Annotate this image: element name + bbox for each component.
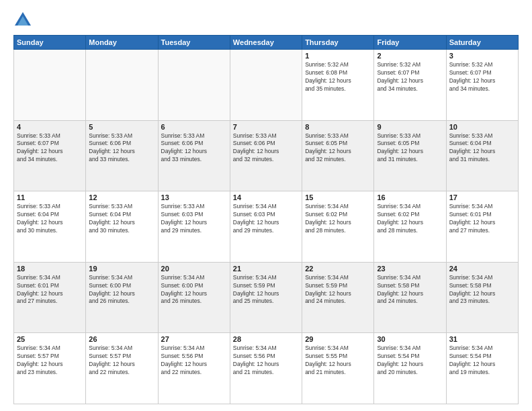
day-info: Sunrise: 5:34 AM Sunset: 5:58 PM Dayligh…	[449, 274, 515, 306]
day-number: 16	[377, 193, 443, 201]
day-number: 8	[305, 123, 371, 131]
day-info: Sunrise: 5:33 AM Sunset: 6:04 PM Dayligh…	[89, 203, 154, 235]
day-number: 27	[161, 335, 227, 343]
day-cell: 18Sunrise: 5:34 AM Sunset: 6:01 PM Dayli…	[14, 262, 86, 333]
day-info: Sunrise: 5:34 AM Sunset: 5:54 PM Dayligh…	[449, 345, 515, 377]
day-cell: 14Sunrise: 5:34 AM Sunset: 6:03 PM Dayli…	[230, 191, 302, 263]
day-info: Sunrise: 5:34 AM Sunset: 5:59 PM Dayligh…	[305, 274, 371, 306]
col-header-friday: Friday	[374, 36, 446, 50]
day-number: 13	[161, 193, 227, 201]
day-number: 12	[89, 193, 154, 201]
logo-icon	[13, 11, 32, 30]
day-cell: 22Sunrise: 5:34 AM Sunset: 5:59 PM Dayli…	[302, 262, 374, 333]
col-header-wednesday: Wednesday	[230, 36, 302, 50]
day-cell: 6Sunrise: 5:33 AM Sunset: 6:06 PM Daylig…	[158, 120, 230, 191]
day-cell: 23Sunrise: 5:34 AM Sunset: 5:58 PM Dayli…	[374, 262, 446, 333]
day-cell: 2Sunrise: 5:32 AM Sunset: 6:07 PM Daylig…	[374, 50, 446, 121]
day-cell: 11Sunrise: 5:33 AM Sunset: 6:04 PM Dayli…	[14, 191, 86, 263]
week-row-1: 1Sunrise: 5:32 AM Sunset: 6:08 PM Daylig…	[14, 50, 519, 121]
day-cell: 3Sunrise: 5:32 AM Sunset: 6:07 PM Daylig…	[446, 50, 518, 121]
day-number: 21	[233, 265, 299, 273]
day-cell	[158, 50, 230, 121]
day-info: Sunrise: 5:32 AM Sunset: 6:08 PM Dayligh…	[305, 61, 371, 93]
day-info: Sunrise: 5:34 AM Sunset: 5:59 PM Dayligh…	[233, 274, 299, 306]
day-number: 2	[377, 52, 443, 60]
day-number: 30	[377, 335, 443, 343]
col-header-thursday: Thursday	[302, 36, 374, 50]
logo	[13, 11, 35, 30]
day-info: Sunrise: 5:34 AM Sunset: 5:58 PM Dayligh…	[377, 274, 443, 306]
day-cell: 1Sunrise: 5:32 AM Sunset: 6:08 PM Daylig…	[302, 50, 374, 121]
day-number: 31	[449, 335, 515, 343]
day-cell: 13Sunrise: 5:33 AM Sunset: 6:03 PM Dayli…	[158, 191, 230, 263]
day-info: Sunrise: 5:34 AM Sunset: 6:01 PM Dayligh…	[449, 203, 515, 235]
day-info: Sunrise: 5:33 AM Sunset: 6:06 PM Dayligh…	[89, 132, 154, 165]
calendar-header-row: SundayMondayTuesdayWednesdayThursdayFrid…	[14, 36, 519, 50]
day-cell: 30Sunrise: 5:34 AM Sunset: 5:54 PM Dayli…	[374, 333, 446, 404]
day-cell: 4Sunrise: 5:33 AM Sunset: 6:07 PM Daylig…	[14, 120, 86, 191]
day-info: Sunrise: 5:34 AM Sunset: 6:00 PM Dayligh…	[161, 274, 227, 306]
day-number: 28	[233, 335, 299, 343]
week-row-3: 11Sunrise: 5:33 AM Sunset: 6:04 PM Dayli…	[14, 191, 519, 263]
day-number: 24	[449, 265, 515, 273]
day-cell	[14, 50, 86, 121]
day-info: Sunrise: 5:33 AM Sunset: 6:07 PM Dayligh…	[17, 132, 83, 165]
day-info: Sunrise: 5:33 AM Sunset: 6:05 PM Dayligh…	[377, 132, 443, 165]
day-number: 19	[89, 265, 154, 273]
day-number: 1	[305, 52, 371, 60]
day-cell: 27Sunrise: 5:34 AM Sunset: 5:56 PM Dayli…	[158, 333, 230, 404]
day-number: 23	[377, 265, 443, 273]
day-info: Sunrise: 5:34 AM Sunset: 6:01 PM Dayligh…	[17, 274, 83, 306]
day-info: Sunrise: 5:33 AM Sunset: 6:06 PM Dayligh…	[161, 132, 227, 165]
day-cell: 7Sunrise: 5:33 AM Sunset: 6:06 PM Daylig…	[230, 120, 302, 191]
day-info: Sunrise: 5:33 AM Sunset: 6:03 PM Dayligh…	[161, 203, 227, 235]
day-cell: 24Sunrise: 5:34 AM Sunset: 5:58 PM Dayli…	[446, 262, 518, 333]
day-number: 10	[449, 123, 515, 131]
day-cell: 9Sunrise: 5:33 AM Sunset: 6:05 PM Daylig…	[374, 120, 446, 191]
day-number: 20	[161, 265, 227, 273]
day-cell: 5Sunrise: 5:33 AM Sunset: 6:06 PM Daylig…	[86, 120, 158, 191]
col-header-monday: Monday	[86, 36, 158, 50]
page: SundayMondayTuesdayWednesdayThursdayFrid…	[0, 0, 532, 411]
day-cell: 17Sunrise: 5:34 AM Sunset: 6:01 PM Dayli…	[446, 191, 518, 263]
day-info: Sunrise: 5:34 AM Sunset: 5:56 PM Dayligh…	[233, 345, 299, 377]
day-info: Sunrise: 5:34 AM Sunset: 5:56 PM Dayligh…	[161, 345, 227, 377]
day-info: Sunrise: 5:33 AM Sunset: 6:06 PM Dayligh…	[233, 132, 299, 165]
day-info: Sunrise: 5:34 AM Sunset: 5:57 PM Dayligh…	[17, 345, 83, 377]
day-info: Sunrise: 5:34 AM Sunset: 6:03 PM Dayligh…	[233, 203, 299, 235]
day-number: 14	[233, 193, 299, 201]
day-cell: 28Sunrise: 5:34 AM Sunset: 5:56 PM Dayli…	[230, 333, 302, 404]
day-cell: 29Sunrise: 5:34 AM Sunset: 5:55 PM Dayli…	[302, 333, 374, 404]
day-info: Sunrise: 5:33 AM Sunset: 6:04 PM Dayligh…	[17, 203, 83, 235]
day-number: 18	[17, 265, 83, 273]
day-number: 9	[377, 123, 443, 131]
day-cell: 15Sunrise: 5:34 AM Sunset: 6:02 PM Dayli…	[302, 191, 374, 263]
col-header-tuesday: Tuesday	[158, 36, 230, 50]
calendar: SundayMondayTuesdayWednesdayThursdayFrid…	[13, 35, 519, 404]
day-cell: 10Sunrise: 5:33 AM Sunset: 6:04 PM Dayli…	[446, 120, 518, 191]
day-number: 6	[161, 123, 227, 131]
day-number: 3	[449, 52, 515, 60]
day-number: 17	[449, 193, 515, 201]
week-row-2: 4Sunrise: 5:33 AM Sunset: 6:07 PM Daylig…	[14, 120, 519, 191]
day-info: Sunrise: 5:33 AM Sunset: 6:04 PM Dayligh…	[449, 132, 515, 165]
day-number: 25	[17, 335, 83, 343]
day-cell	[86, 50, 158, 121]
day-number: 5	[89, 123, 154, 131]
day-cell	[230, 50, 302, 121]
day-info: Sunrise: 5:34 AM Sunset: 6:02 PM Dayligh…	[305, 203, 371, 235]
day-cell: 20Sunrise: 5:34 AM Sunset: 6:00 PM Dayli…	[158, 262, 230, 333]
day-cell: 26Sunrise: 5:34 AM Sunset: 5:57 PM Dayli…	[86, 333, 158, 404]
day-info: Sunrise: 5:32 AM Sunset: 6:07 PM Dayligh…	[377, 61, 443, 93]
day-number: 7	[233, 123, 299, 131]
day-number: 29	[305, 335, 371, 343]
day-cell: 21Sunrise: 5:34 AM Sunset: 5:59 PM Dayli…	[230, 262, 302, 333]
day-number: 11	[17, 193, 83, 201]
week-row-5: 25Sunrise: 5:34 AM Sunset: 5:57 PM Dayli…	[14, 333, 519, 404]
col-header-saturday: Saturday	[446, 36, 518, 50]
day-info: Sunrise: 5:34 AM Sunset: 5:57 PM Dayligh…	[89, 345, 154, 377]
day-number: 4	[17, 123, 83, 131]
day-cell: 25Sunrise: 5:34 AM Sunset: 5:57 PM Dayli…	[14, 333, 86, 404]
day-cell: 12Sunrise: 5:33 AM Sunset: 6:04 PM Dayli…	[86, 191, 158, 263]
day-number: 22	[305, 265, 371, 273]
